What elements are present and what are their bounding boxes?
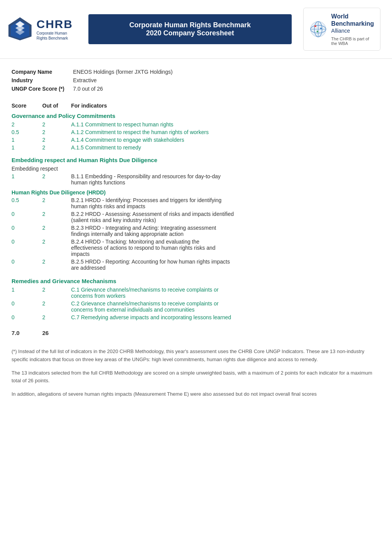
gov-out-2: 2: [42, 129, 71, 135]
chrb-logo: CHRB Corporate Human Rights Benchmark: [8, 17, 77, 41]
footnote-3: In addition, allegations of severe human…: [12, 390, 380, 398]
wba-text-block: World Benchmarking Alliance The CHRB is …: [331, 13, 374, 46]
header-title-block: Corporate Human Rights Benchmark 2020 Co…: [88, 14, 292, 44]
hrdd-row-2: 0 2 B.2.2 HRDD - Assessing: Assessment o…: [12, 211, 380, 223]
rem-out-2: 2: [42, 300, 71, 307]
company-name-label: Company Name: [12, 68, 73, 76]
rem-out-3: 2: [42, 314, 71, 320]
table-headers: Score Out of For indicators: [12, 103, 380, 109]
hrdd-subtitle: Human Rights Due Diligence (HRDD): [12, 189, 380, 196]
company-name-value: ENEOS Holdings (former JXTG Holdings): [73, 68, 380, 76]
ungp-score-value: 7.0 out of 26: [73, 85, 380, 93]
gov-out-3: 2: [42, 137, 71, 143]
total-out: 26: [42, 330, 71, 336]
hrdd-row-4: 0 2 B.2.4 HRDD - Tracking: Monitoring an…: [12, 239, 380, 257]
hrdd-score-1: 0.5: [12, 197, 42, 203]
wba-badge: World Benchmarking Alliance The CHRB is …: [303, 8, 380, 51]
embedding-section-title: Embedding respect and Human Rights Due D…: [12, 157, 380, 163]
footnotes-section: (*) Instead of the full list of indicato…: [0, 344, 392, 410]
gov-score-1: 2: [12, 121, 42, 128]
col-out-header: Out of: [42, 103, 71, 109]
footnote-1: (*) Instead of the full list of indicato…: [12, 348, 380, 364]
chrb-logo-text: CHRB Corporate Human Rights Benchmark: [37, 18, 73, 41]
wba-name-line2: Benchmarking: [331, 20, 374, 27]
total-score: 7.0: [12, 330, 42, 336]
company-info: Company Name ENEOS Holdings (former JXTG…: [0, 59, 392, 96]
header-title-line2: 2020 Company Scoresheet: [96, 29, 284, 37]
governance-row-3: 1 2 A.1.4 Commitment to engage with stak…: [12, 137, 380, 143]
hrdd-score-5: 0: [12, 259, 42, 265]
total-spacer: [71, 330, 380, 336]
remedies-section-title: Remedies and Grievance Mechanisms: [12, 278, 380, 284]
hrdd-row-3: 0 2 B.2.3 HRDD - Integrating and Acting:…: [12, 225, 380, 237]
gov-score-2: 0.5: [12, 129, 42, 135]
emb-indicator-1: B.1.1 Embedding - Responsibility and res…: [71, 173, 380, 186]
governance-row-4: 1 2 A.1.5 Commitment to remedy: [12, 144, 380, 151]
total-row: 7.0 26: [12, 330, 380, 336]
hrdd-out-2: 2: [42, 211, 71, 217]
rem-score-1: 1: [12, 287, 42, 293]
col-score-header: Score: [12, 103, 42, 109]
emb-out-1: 2: [42, 173, 71, 179]
embedding-row-1: 1 2 B.1.1 Embedding - Responsibility and…: [12, 173, 380, 186]
score-section: Score Out of For indicators Governance a…: [0, 96, 392, 344]
hrdd-score-4: 0: [12, 239, 42, 245]
hrdd-indicator-4: B.2.4 HRDD - Tracking: Monitoring and ev…: [71, 239, 380, 257]
rem-score-2: 0: [12, 300, 42, 307]
hrdd-indicator-3: B.2.3 HRDD - Integrating and Acting: Int…: [71, 225, 380, 237]
hrdd-out-1: 2: [42, 197, 71, 203]
wba-name-line3: Alliance: [331, 27, 374, 35]
wba-desc2: the WBA: [331, 41, 374, 46]
gov-out-1: 2: [42, 121, 71, 128]
hrdd-indicator-2: B.2.2 HRDD - Assessing: Assessment of ri…: [71, 211, 380, 223]
governance-row-2: 0.5 2 A.1.2 Commitment to respect the hu…: [12, 129, 380, 135]
svg-rect-11: [320, 28, 322, 29]
wba-globe-icon: [310, 21, 327, 38]
hrdd-score-3: 0: [12, 225, 42, 231]
governance-row-1: 2 2 A.1.1 Commitment to respect human ri…: [12, 121, 380, 128]
remedies-row-1: 1 2 C.1 Grievance channels/mechanisms to…: [12, 287, 380, 299]
rem-out-1: 2: [42, 287, 71, 293]
gov-indicator-2: A.1.2 Commitment to respect the human ri…: [71, 129, 380, 135]
rem-indicator-2: C.2 Grievance channels/mechanisms to rec…: [71, 300, 380, 313]
header: CHRB Corporate Human Rights Benchmark Co…: [0, 0, 392, 59]
remedies-row-2: 0 2 C.2 Grievance channels/mechanisms to…: [12, 300, 380, 313]
hrdd-row-1: 0.5 2 B.2.1 HRDD - Identifying: Processe…: [12, 197, 380, 209]
rem-indicator-1: C.1 Grievance channels/mechanisms to rec…: [71, 287, 380, 299]
emb-score-1: 1: [12, 173, 42, 179]
rem-indicator-3: C.7 Remedying adverse impacts and incorp…: [71, 314, 380, 320]
rem-score-3: 0: [12, 314, 42, 320]
chrb-acronym: CHRB: [37, 18, 73, 31]
hrdd-out-3: 2: [42, 225, 71, 231]
svg-rect-10: [314, 25, 316, 27]
ungp-score-label: UNGP Core Score (*): [12, 85, 73, 93]
gov-indicator-1: A.1.1 Commitment to respect human rights: [71, 121, 380, 128]
gov-out-4: 2: [42, 144, 71, 151]
remedies-row-3: 0 2 C.7 Remedying adverse impacts and in…: [12, 314, 380, 320]
governance-section-title: Governance and Policy Commitments: [12, 113, 380, 119]
hrdd-indicator-5: B.2.5 HRDD - Reporting: Accounting for h…: [71, 259, 380, 271]
hrdd-out-4: 2: [42, 239, 71, 245]
col-indicators-header: For indicators: [71, 103, 380, 109]
svg-rect-12: [317, 31, 318, 32]
chrb-diamond-icon: [8, 17, 33, 41]
gov-score-3: 1: [12, 137, 42, 143]
embedding-title-bold: Embedding respect and Human Rights Due D…: [12, 157, 157, 163]
chrb-name-line2: Rights Benchmark: [37, 36, 73, 41]
industry-label: Industry: [12, 76, 73, 84]
embedding-respect-subtitle: Embedding respect: [12, 166, 380, 172]
wba-name-line1: World: [331, 13, 374, 20]
wba-desc1: The CHRB is part of: [331, 36, 374, 41]
gov-indicator-3: A.1.4 Commitment to engage with stakehol…: [71, 137, 380, 143]
hrdd-indicator-1: B.2.1 HRDD - Identifying: Processes and …: [71, 197, 380, 209]
footnote-2: The 13 indicators selected from the full…: [12, 369, 380, 385]
industry-value: Extractive: [73, 76, 380, 84]
gov-score-4: 1: [12, 144, 42, 151]
chrb-name-line1: Corporate Human: [37, 31, 73, 36]
hrdd-score-2: 0: [12, 211, 42, 217]
header-title-line1: Corporate Human Rights Benchmark: [96, 21, 284, 29]
gov-indicator-4: A.1.5 Commitment to remedy: [71, 144, 380, 151]
hrdd-out-5: 2: [42, 259, 71, 265]
hrdd-row-5: 0 2 B.2.5 HRDD - Reporting: Accounting f…: [12, 259, 380, 271]
